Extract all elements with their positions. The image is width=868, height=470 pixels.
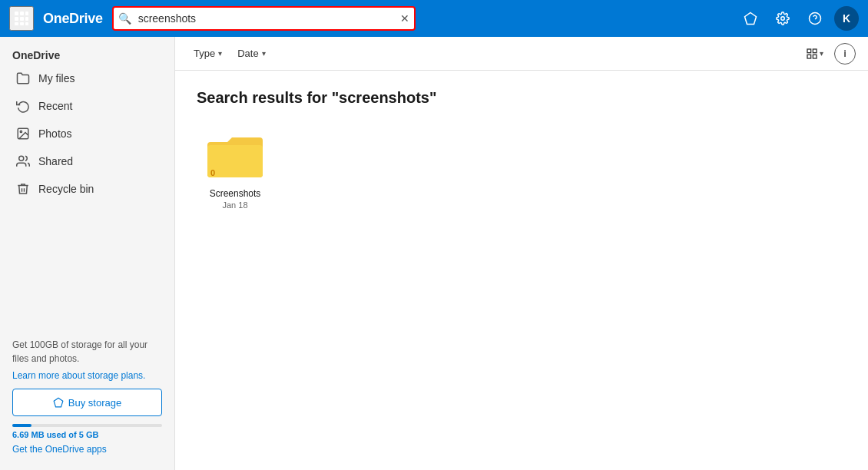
date-label: Date (237, 48, 258, 59)
photos-icon (15, 126, 31, 141)
buy-storage-label: Buy storage (68, 397, 121, 409)
view-chevron: ▾ (820, 49, 823, 58)
svg-point-14 (20, 131, 22, 132)
settings-icon-button[interactable] (770, 5, 796, 31)
svg-point-10 (781, 17, 785, 21)
storage-promo-text: Get 100GB of storage for all your files … (12, 338, 162, 366)
learn-more-link[interactable]: Learn more about storage plans. (12, 370, 162, 381)
svg-rect-5 (25, 17, 28, 21)
toolbar: Type ▾ Date ▾ ▾ i (175, 37, 868, 71)
help-icon-button[interactable] (802, 5, 828, 31)
recent-icon (15, 98, 31, 114)
svg-rect-20 (813, 55, 817, 58)
search-results-title: Search results for "screenshots" (197, 89, 846, 107)
buy-storage-button[interactable]: Buy storage (12, 389, 162, 416)
sidebar-title: OneDrive (0, 43, 174, 65)
toolbar-right: ▾ i (801, 43, 856, 65)
sidebar-item-photos[interactable]: Photos (3, 120, 171, 147)
svg-rect-1 (20, 12, 24, 15)
list-item[interactable]: 0 Screenshots Jan 18 (197, 125, 273, 216)
svg-rect-19 (807, 55, 811, 58)
svg-rect-8 (25, 22, 28, 25)
search-clear-button[interactable]: ✕ (400, 13, 409, 24)
sidebar-my-files-label: My files (38, 72, 75, 84)
svg-rect-17 (807, 49, 811, 53)
avatar-button[interactable]: K (834, 6, 859, 31)
type-filter-button[interactable]: Type ▾ (187, 45, 228, 62)
svg-rect-18 (813, 49, 817, 53)
folder-icon (15, 71, 31, 86)
date-chevron: ▾ (262, 49, 266, 58)
header: OneDrive 🔍 ✕ K (0, 0, 868, 37)
svg-rect-0 (15, 12, 18, 15)
app-logo: OneDrive (43, 11, 103, 27)
file-date: Jan 18 (222, 200, 247, 210)
storage-bar-fill (12, 424, 31, 427)
sidebar-shared-label: Shared (38, 155, 73, 167)
header-icons: K (737, 5, 859, 31)
sidebar-recycle-label: Recycle bin (38, 183, 94, 195)
folder-badge: 0 (210, 168, 215, 177)
view-toggle-button[interactable]: ▾ (801, 45, 828, 63)
sidebar-recent-label: Recent (38, 100, 72, 112)
main-layout: OneDrive My files Recent (0, 37, 868, 470)
info-icon: i (843, 48, 846, 59)
storage-bar-background (12, 424, 162, 427)
search-input[interactable] (112, 6, 416, 31)
main-content: Type ▾ Date ▾ ▾ i (175, 37, 868, 470)
sidebar-photos-label: Photos (38, 127, 72, 140)
sidebar-bottom: Get 100GB of storage for all your files … (0, 329, 174, 464)
sidebar-item-my-files[interactable]: My files (3, 65, 171, 92)
get-apps-link[interactable]: Get the OneDrive apps (12, 444, 162, 455)
sidebar-item-recent[interactable]: Recent (3, 92, 171, 120)
sidebar-item-recycle-bin[interactable]: Recycle bin (3, 175, 171, 203)
storage-bar-container: 6.69 MB used of 5 GB (12, 424, 162, 439)
storage-of: used of (47, 430, 79, 439)
svg-rect-6 (15, 22, 18, 25)
file-name: Screenshots (210, 188, 261, 199)
shared-icon (15, 154, 31, 169)
content-area: Search results for "screenshots" 0 Scree… (175, 71, 868, 470)
diamond-icon-button[interactable] (737, 5, 764, 31)
type-chevron: ▾ (218, 49, 222, 58)
svg-rect-3 (15, 17, 18, 21)
grid-menu-icon[interactable] (9, 6, 34, 31)
svg-rect-7 (20, 22, 24, 25)
storage-usage-text: 6.69 MB used of 5 GB (12, 430, 162, 439)
file-grid: 0 Screenshots Jan 18 (197, 125, 846, 216)
svg-rect-4 (20, 17, 24, 21)
type-label: Type (194, 48, 215, 59)
svg-marker-9 (745, 13, 757, 25)
storage-total: 5 GB (79, 430, 99, 439)
info-button[interactable]: i (834, 43, 856, 65)
svg-rect-2 (25, 12, 28, 15)
sidebar: OneDrive My files Recent (0, 37, 175, 470)
date-filter-button[interactable]: Date ▾ (231, 45, 271, 62)
search-bar-wrapper: 🔍 ✕ (112, 6, 416, 31)
folder-icon-wrapper: 0 (204, 131, 266, 184)
svg-point-15 (19, 156, 24, 161)
recycle-bin-icon (15, 181, 31, 197)
sidebar-item-shared[interactable]: Shared (3, 147, 171, 175)
svg-marker-16 (54, 398, 63, 407)
storage-used: 6.69 MB (12, 430, 45, 439)
